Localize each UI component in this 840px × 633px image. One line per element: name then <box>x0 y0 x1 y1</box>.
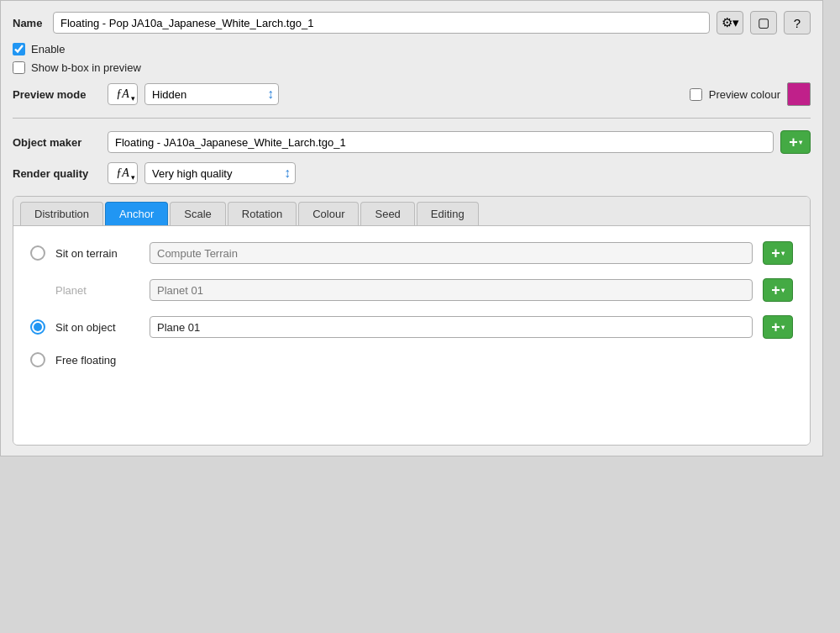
sit-on-object-label: Sit on object <box>55 321 139 334</box>
enable-checkbox[interactable] <box>13 43 25 55</box>
sit-on-terrain-add-button[interactable]: +▾ <box>763 241 793 265</box>
sit-on-object-add-button[interactable]: +▾ <box>763 315 793 339</box>
tab-anchor[interactable]: Anchor <box>105 202 168 225</box>
render-quality-label: Render quality <box>13 167 101 180</box>
preview-mode-dropdown[interactable]: Hidden Visible Bounding Box <box>144 83 279 105</box>
tab-seed[interactable]: Seed <box>360 202 414 225</box>
tab-content-anchor: Sit on terrain +▾ Planet +▾ Sit on objec… <box>13 226 810 445</box>
preview-colour-label: Preview colour <box>709 88 780 101</box>
enable-label: Enable <box>31 43 65 55</box>
free-floating-label: Free floating <box>55 354 139 367</box>
tab-colour[interactable]: Colour <box>298 202 359 225</box>
name-input[interactable] <box>53 12 710 34</box>
preview-mode-script-button[interactable]: ƒA <box>108 83 138 105</box>
render-quality-script-button[interactable]: ƒA <box>108 162 138 184</box>
sit-on-object-radio[interactable] <box>30 319 45 335</box>
preview-mode-label: Preview mode <box>13 88 101 101</box>
preview-colour-swatch[interactable] <box>787 82 811 106</box>
tab-editing[interactable]: Editing <box>417 202 479 225</box>
name-label: Name <box>13 17 46 29</box>
sit-on-terrain-radio[interactable] <box>30 245 45 261</box>
gear-button[interactable]: ⚙▾ <box>717 11 743 34</box>
preview-colour-checkbox[interactable] <box>690 88 702 101</box>
tab-distribution[interactable]: Distribution <box>20 202 103 225</box>
object-maker-input[interactable] <box>108 131 774 153</box>
planet-input <box>150 279 753 301</box>
tab-scale[interactable]: Scale <box>170 202 226 225</box>
tabs-container: Distribution Anchor Scale Rotation Colou… <box>13 196 811 446</box>
object-maker-add-button[interactable]: +▾ <box>780 130 811 154</box>
sit-on-terrain-input[interactable] <box>150 242 753 264</box>
object-maker-label: Object maker <box>13 136 101 149</box>
window-button[interactable]: ▢ <box>750 11 777 34</box>
free-floating-radio[interactable] <box>30 352 45 367</box>
sit-on-object-input[interactable] <box>150 316 753 338</box>
show-bbox-checkbox[interactable] <box>13 61 25 74</box>
tabs-header: Distribution Anchor Scale Rotation Colou… <box>13 197 810 226</box>
planet-label: Planet <box>55 284 139 297</box>
planet-add-button[interactable]: +▾ <box>763 278 793 302</box>
render-quality-dropdown[interactable]: Very high quality High quality Medium qu… <box>144 162 296 184</box>
tab-rotation[interactable]: Rotation <box>228 202 297 225</box>
help-button[interactable]: ? <box>784 11 811 34</box>
sit-on-terrain-label: Sit on terrain <box>55 247 139 260</box>
show-bbox-label: Show b-box in preview <box>31 61 141 74</box>
